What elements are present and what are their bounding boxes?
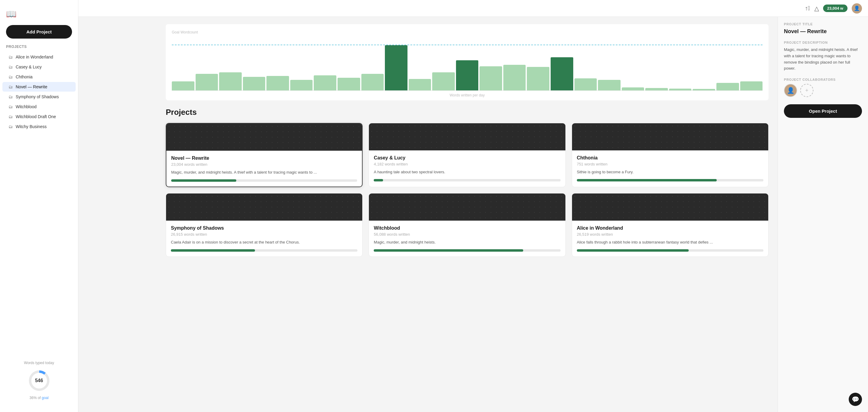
goal-percentage: 36% of goal (6, 396, 72, 400)
bars-area (172, 36, 763, 90)
chart-bar (456, 60, 478, 90)
sidebar-item-label: Symphony of Shadows (16, 94, 59, 99)
sidebar: 📖 Add Project Projects 🗂Alice in Wonderl… (0, 0, 79, 412)
chart-bar (645, 88, 668, 90)
progress-bar-fill (171, 249, 255, 252)
sidebar-item-witchblood-draft-one[interactable]: 🗂Witchblood Draft One (2, 112, 76, 122)
progress-bar-bg (577, 179, 764, 182)
project-card-desc: Magic, murder, and midnight heists. A th… (171, 170, 357, 175)
project-card-casey-lucy[interactable]: Casey & Lucy 4,182 words written A haunt… (369, 123, 565, 187)
project-card-desc: Alice falls through a rabbit hole into a… (577, 240, 764, 245)
avatar[interactable]: 👤 (852, 3, 862, 13)
chart-bar (598, 80, 621, 90)
project-desc-value: Magic, murder, and midnight heists. A th… (784, 47, 862, 72)
card-pattern (572, 123, 768, 150)
project-card-desc: Caela Adair is on a mission to discover … (171, 240, 358, 245)
chart-bar (692, 89, 715, 90)
sidebar-item-label: Casey & Lucy (16, 64, 41, 69)
chart-bar (219, 72, 242, 90)
project-card-words: 23,004 words written (171, 162, 357, 167)
folder-icon: 🗂 (8, 85, 13, 89)
sidebar-item-label: Witchblood Draft One (16, 114, 56, 119)
project-card-words: 26,915 words written (171, 232, 358, 236)
panel-project-desc-section: PROJECT DESCRIPTION Magic, murder, and m… (784, 41, 862, 72)
project-card-title: Witchblood (374, 225, 560, 231)
chat-bubble-button[interactable]: 💬 (849, 393, 862, 406)
project-card-alice-in-wonderland[interactable]: Alice in Wonderland 26,519 words written… (572, 193, 769, 257)
folder-icon: 🗂 (8, 104, 13, 109)
project-card-body: Casey & Lucy 4,182 words written A haunt… (369, 150, 565, 186)
add-project-button[interactable]: Add Project (6, 25, 72, 39)
chart-baseline (172, 90, 763, 91)
progress-bar-fill (171, 179, 236, 182)
collaborator-avatar: 👤 (784, 84, 797, 97)
sidebar-item-label: Witchblood (16, 104, 36, 109)
project-title-value: Novel — Rewrite (784, 28, 862, 35)
project-card-body: Symphony of Shadows 26,915 words written… (166, 221, 362, 256)
drive-icon[interactable]: △ (814, 5, 819, 12)
progress-bar-fill (374, 179, 383, 182)
project-desc-label: PROJECT DESCRIPTION (784, 41, 862, 44)
sidebar-nav: 🗂Alice in Wonderland🗂Casey & Lucy🗂Chthon… (0, 52, 78, 132)
panel-collaborators-section: PROJECT COLLABORATORS 👤 + (784, 78, 862, 97)
project-card-novel-rewrite[interactable]: Novel — Rewrite 23,004 words written Mag… (166, 123, 363, 187)
chart-bar (172, 82, 194, 90)
card-pattern (166, 124, 362, 151)
chart-wrapper (172, 36, 763, 91)
sidebar-item-casey-lucy[interactable]: 🗂Casey & Lucy (2, 62, 76, 72)
project-card-header (572, 193, 768, 221)
chart-bar (716, 83, 739, 90)
sidebar-item-novel-rewrite[interactable]: 🗂Novel — Rewrite (2, 82, 76, 92)
project-card-body: Alice in Wonderland 26,519 words written… (572, 221, 768, 256)
project-card-title: Chthonia (577, 155, 764, 161)
open-project-button[interactable]: Open Project (784, 104, 862, 118)
sidebar-item-symphony-of-shadows[interactable]: 🗂Symphony of Shadows (2, 92, 76, 102)
add-collaborator-button[interactable]: + (800, 84, 813, 97)
share-icon[interactable]: ↑⃝ (805, 5, 810, 12)
project-card-witchblood[interactable]: Witchblood 56,088 words written Magic, m… (369, 193, 565, 257)
chart-bar (290, 80, 313, 90)
sidebar-item-chthonia[interactable]: 🗂Chthonia (2, 72, 76, 82)
project-card-body: Chthonia 751 words written Sithie is goi… (572, 150, 768, 186)
project-title-label: PROJECT TITLE (784, 22, 862, 26)
projects-grid: Novel — Rewrite 23,004 words written Mag… (166, 123, 769, 257)
panel-project-title-section: PROJECT TITLE Novel — Rewrite (784, 22, 862, 35)
project-card-body: Witchblood 56,088 words written Magic, m… (369, 221, 565, 256)
collaborators-row: 👤 + (784, 84, 862, 97)
chart-bar (195, 74, 218, 90)
sidebar-bottom: Words typed today 546 36% of goal (0, 355, 78, 406)
goal-link[interactable]: goal (42, 396, 49, 400)
chart-bar (385, 45, 407, 90)
project-card-desc: Sithie is going to become a Fury. (577, 169, 764, 175)
sidebar-item-witchy-business[interactable]: 🗂Witchy Business (2, 122, 76, 131)
progress-bar-bg (374, 249, 560, 252)
chart-bar (503, 65, 526, 90)
chart-bar (740, 82, 763, 90)
project-card-title: Alice in Wonderland (577, 225, 764, 231)
sidebar-item-label: Chthonia (16, 74, 33, 79)
project-card-header (166, 193, 362, 221)
donut-chart: 546 (27, 369, 51, 393)
chart-bar (669, 89, 692, 90)
chart-bar (409, 79, 431, 90)
word-count-badge: 23,004 w (823, 4, 848, 12)
projects-section-title: Projects (0, 44, 78, 52)
project-card-words: 751 words written (577, 162, 764, 166)
progress-bar-fill (577, 249, 689, 252)
card-pattern (166, 193, 362, 221)
chart-bar (622, 87, 644, 90)
sidebar-item-label: Alice in Wonderland (16, 55, 53, 59)
chart-container: Goal Wordcount Words written per day (166, 24, 769, 100)
folder-icon: 🗂 (8, 114, 13, 119)
chart-bar (527, 67, 550, 90)
sidebar-item-alice-in-wonderland[interactable]: 🗂Alice in Wonderland (2, 52, 76, 62)
chart-bar (432, 72, 455, 90)
project-card-chthonia[interactable]: Chthonia 751 words written Sithie is goi… (572, 123, 769, 187)
folder-icon: 🗂 (8, 74, 13, 79)
project-card-symphony-of-shadows[interactable]: Symphony of Shadows 26,915 words written… (166, 193, 363, 257)
header: ↑⃝ △ 23,004 w 👤 (79, 0, 868, 17)
project-card-title: Casey & Lucy (374, 155, 560, 161)
main-content: Goal Wordcount Words written per day Pro… (157, 0, 778, 412)
sidebar-item-witchblood[interactable]: 🗂Witchblood (2, 102, 76, 112)
progress-bar-bg (577, 249, 764, 252)
